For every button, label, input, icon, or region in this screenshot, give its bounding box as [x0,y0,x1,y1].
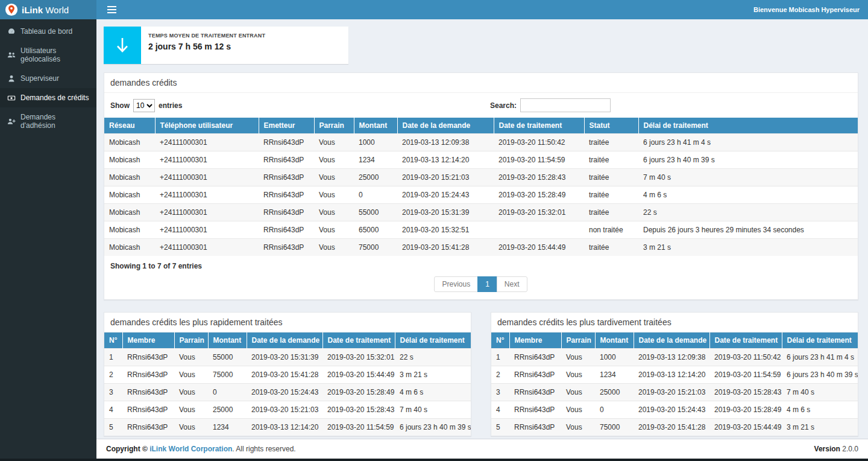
table-cell: 2019-03-20 15:28:49 [494,186,584,204]
table-cell: 4 m 6 s [782,401,858,419]
previous-page-button[interactable]: Previous [434,276,478,292]
down-arrow-icon [104,27,141,64]
entries-label: entries [159,101,182,110]
main-area: TEMPS MOYEN DE TRAITEMENT ENTRANT 2 jour… [96,19,868,459]
table-cell: 2019-03-20 11:54:59 [322,419,395,436]
column-header[interactable]: Date de la demande [397,118,494,134]
table-cell: +24111000301 [155,221,259,239]
table-cell: RRnsi643dP [122,349,174,366]
table-cell: +24111000301 [155,239,259,256]
table-row: Mobicash+24111000301RRnsi643dPVous02019-… [104,186,858,204]
table-cell: Vous [314,151,354,169]
table-cell: 2019-03-13 12:09:38 [397,134,494,151]
table-cell: 0 [595,401,634,419]
table-cell: 1234 [208,419,247,436]
table-cell: 2019-03-20 15:21:03 [634,384,709,401]
table-cell: RRnsi643dP [259,134,314,151]
next-page-button[interactable]: Next [497,276,527,292]
sidebar-item-utilisateurs-geolocalises[interactable]: Utilisateurs géolocalisés [0,41,96,69]
pagination: Previous 1 Next [104,272,858,299]
table-cell: traitée [584,151,638,169]
table-cell: 2019-03-20 15:28:43 [494,169,584,186]
slowest-credits-table: N°MembreParrainMontantDate de la demande… [491,332,858,436]
column-header: Membre [122,332,174,349]
table-cell: 0 [208,384,247,401]
column-header[interactable]: Délai de traitement [638,118,858,134]
table-cell: Mobicash [104,134,155,151]
user-plus-icon [7,118,16,125]
table-cell: 4 m 6 s [395,384,471,401]
table-cell: 2019-03-20 15:41:28 [397,239,494,256]
column-header: Délai de traitement [782,332,858,349]
table-cell: RRnsi643dP [259,169,314,186]
search-input[interactable] [520,98,611,112]
sidebar-item-tableau-de-bord[interactable]: Tableau de bord [0,22,96,41]
page-length-select[interactable]: 10 [133,99,155,112]
table-cell: RRnsi643dP [259,186,314,204]
table-controls: Show 10 entries Search: [104,93,858,118]
table-cell: Mobicash [104,204,155,221]
table-cell: 2019-03-20 11:50:42 [709,349,782,366]
table-info-text: Showing 1 to 7 of 7 entries [104,256,858,272]
sidebar-item-demandes-de-credits[interactable]: Demandes de crédits [0,88,96,107]
search-label: Search: [490,101,517,110]
column-header[interactable]: Parrain [314,118,354,134]
sidebar-item-superviseur[interactable]: Superviseur [0,69,96,88]
table-row: 3RRnsi643dPVous02019-03-20 15:24:432019-… [104,384,471,401]
table-cell: 75000 [354,239,397,256]
table-cell: 2019-03-20 15:21:03 [247,401,322,419]
table-cell: Vous [314,221,354,239]
column-header: Date de traitement [322,332,395,349]
table-cell: RRnsi643dP [122,401,174,419]
table-cell: 6 jours 23 h 40 m 39 s [395,419,471,436]
table-cell: 2019-03-20 15:32:01 [322,349,395,366]
table-cell: 2019-03-20 15:24:43 [247,384,322,401]
column-header[interactable]: Statut [584,118,638,134]
table-cell: 2019-03-20 15:44:49 [322,366,395,384]
table-cell: 3 [491,384,509,401]
show-label: Show [110,101,130,110]
table-cell: 5 [104,419,122,436]
sidebar-item-label: Superviseur [20,74,59,83]
version-text: Version 2.0.0 [814,445,858,453]
column-header[interactable]: Réseau [104,118,155,134]
column-header: Montant [208,332,247,349]
table-cell: 6 jours 23 h 40 m 39 s [638,151,858,169]
column-header[interactable]: Montant [354,118,397,134]
table-cell: Vous [174,401,208,419]
company-link[interactable]: iLink World Corporation [149,445,232,453]
page-content: TEMPS MOYEN DE TRAITEMENT ENTRANT 2 jour… [96,19,868,439]
avg-processing-time-widget: TEMPS MOYEN DE TRAITEMENT ENTRANT 2 jour… [104,27,348,64]
table-cell: 7 m 40 s [782,384,858,401]
table-cell: 2019-03-20 15:44:49 [709,419,782,436]
table-cell: Vous [561,401,595,419]
column-header[interactable]: Emetteur [259,118,314,134]
table-cell: +24111000301 [155,186,259,204]
table-cell: 2019-03-20 15:31:39 [247,349,322,366]
top-navbar: Bienvenue Mobicash Hyperviseur [96,0,868,19]
table-cell: 2019-03-20 15:32:51 [397,221,494,239]
app-logo[interactable]: iLink World [0,0,96,19]
column-header: N° [104,332,122,349]
table-cell: 22 s [638,204,858,221]
table-cell: 3 m 21 s [395,366,471,384]
column-header[interactable]: Date de traitement [494,118,584,134]
table-cell: Mobicash [104,221,155,239]
table-cell: 1 [104,349,122,366]
table-cell: RRnsi643dP [259,221,314,239]
table-cell: Mobicash [104,151,155,169]
sidebar-toggle-button[interactable] [105,4,119,16]
table-cell: RRnsi643dP [509,419,561,436]
table-cell: 2019-03-20 15:24:43 [634,401,709,419]
table-cell: 5 [491,419,509,436]
table-cell: 2019-03-20 15:28:43 [322,401,395,419]
table-cell: RRnsi643dP [122,419,174,436]
sidebar-item-label: Demandes de crédits [20,94,89,102]
column-header[interactable]: Téléphone utilisateur [155,118,259,134]
page-1-button[interactable]: 1 [477,276,497,292]
welcome-user-menu[interactable]: Bienvenue Mobicash Hyperviseur [753,6,860,13]
table-cell: RRnsi643dP [509,366,561,384]
sidebar-item-demandes-adhesion[interactable]: Demandes d'adhésion [0,107,96,135]
table-cell: RRnsi643dP [509,384,561,401]
table-cell: +24111000301 [155,134,259,151]
